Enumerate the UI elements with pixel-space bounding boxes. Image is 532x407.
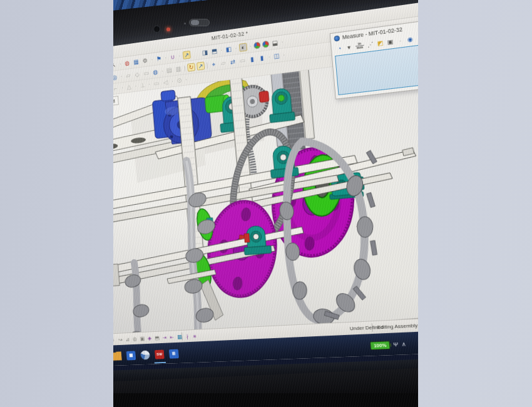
rebuild-icon[interactable]: ↻ [187,63,195,71]
laptop-photo: MIT-01-02-32 * ↖·◍▦⚙·⚑·∪·↗◨⬒·◧·◐·⬓· ◎·▱◇… [113,0,418,407]
separator-dot[interactable]: · [280,38,284,46]
spline-tool-icon[interactable]: ∪ [168,52,176,61]
separator-dot[interactable]: · [248,42,252,51]
webcam-lens [153,25,161,33]
photo-canvas: MIT-01-02-32 * ↖·◍▦⚙·⚑·∪·↗◨⬒·◧·◐·⬓· ◎·▱◇… [0,0,532,407]
separator-dot[interactable]: · [396,36,404,45]
measure-tool-icon[interactable]: ⌖ [210,59,218,68]
origin-icon[interactable]: ⊙ [175,76,183,85]
separator-bar[interactable]: | [183,64,186,72]
units-toggle-icon[interactable]: in mm [355,41,364,50]
separator-dot[interactable]: · [148,80,151,88]
library-book-icon[interactable]: ▮ [258,53,267,63]
section-view-icon[interactable]: ◧ [225,44,233,53]
separator-dot[interactable]: · [134,82,138,90]
xyz-measure-icon[interactable]: ⋰ [366,39,375,49]
separator-dot[interactable]: · [171,77,175,85]
arc-measure-icon[interactable]: ◔ [335,44,344,53]
triad-icon[interactable]: ⊿ [125,336,131,343]
globe-icon[interactable]: ◍ [151,67,160,76]
library-book-icon[interactable]: ▮ [248,54,257,64]
file-explorer-icon[interactable] [113,351,122,361]
edit-sketch-icon[interactable]: ↗ [183,50,191,59]
tray-chevron-icon[interactable]: ∧ [401,341,406,348]
separator-dot[interactable]: · [267,53,271,61]
system-tray: 100% Ψ ∧ [369,333,407,357]
laptop-base [113,393,418,407]
move-right-icon[interactable]: ⇥ [161,334,168,341]
separator-dot[interactable]: · [120,72,123,80]
sensor-icon[interactable]: ▭ [238,56,247,64]
edit-component-icon[interactable]: ↗ [197,61,205,70]
mate-icon[interactable]: ◨ [201,48,209,56]
separator-dot[interactable]: · [150,55,154,63]
separator-dot[interactable]: · [220,46,223,54]
design-table-icon[interactable]: ▦ [132,57,140,66]
mass-properties-icon[interactable]: ▱ [219,58,227,67]
monitor-icon[interactable]: ⬓ [270,38,279,48]
options-gear-icon[interactable]: ⚙ [141,56,150,64]
trim-tool-icon[interactable]: ▭ [142,68,150,77]
constraint-icon[interactable]: ⌐ [113,85,120,93]
separator-dot[interactable]: · [178,51,182,59]
separator-dot[interactable]: · [121,84,124,92]
point-measure-icon[interactable]: ◉ [406,34,414,44]
usb-device-icon[interactable]: Ψ [393,341,399,348]
dropdown-caret-icon[interactable]: ▾ [345,43,354,52]
separator-dot[interactable]: · [185,76,188,84]
laptop-screen: MIT-01-02-32 * ↖·◍▦⚙·⚑·∪·↗◨⬒·◧·◐·⬓· ◎·▱◇… [113,0,418,371]
render-sphere-icon[interactable] [253,41,261,49]
battery-indicator[interactable]: 100% [370,341,391,350]
selection-filter-icon[interactable]: ▣ [139,336,145,342]
separator-dot[interactable]: · [282,51,286,59]
webcam-privacy-shutter[interactable] [189,19,210,26]
spotlight-icon[interactable]: ◐ [239,43,248,52]
shutter-knob[interactable] [191,20,199,25]
select-cursor-icon[interactable]: ↖ [113,60,118,69]
triangle-ref-icon[interactable]: △ [125,83,133,91]
pattern-tool-icon[interactable]: ▥ [174,64,182,73]
separator-dot[interactable]: · [164,53,168,61]
view-cube-icon[interactable]: ◫ [272,51,281,61]
calculator-app-icon[interactable]: ⊞ [169,349,179,358]
feature-tree-tab[interactable]: M [113,96,119,106]
axis-icon[interactable]: ◁ [161,78,170,86]
dual-dimension-icon[interactable]: ◩ [376,38,385,48]
separator-dot[interactable]: · [160,67,164,75]
smart-mate-icon[interactable]: ↝ [117,336,123,343]
polygon-tool-icon[interactable]: ◇ [133,70,141,78]
component-preview-icon[interactable]: ⬒ [154,335,160,341]
document-title: MIT-01-02-32 * [211,30,248,41]
perpendicular-icon[interactable]: ⊥ [138,81,146,90]
rotate-icon[interactable]: ◎ [131,336,138,342]
arc-tool-icon[interactable]: ▱ [124,71,132,80]
asterisk-icon[interactable]: ∗ [192,333,198,339]
webcam-led [166,28,170,31]
selection-box-icon[interactable]: ▣ [386,37,395,46]
traffic-light-icon[interactable]: ◍ [123,58,131,67]
separator-dot[interactable]: · [234,44,238,52]
calendar-app-icon[interactable]: ▦ [126,351,136,360]
microphone-hole [184,23,186,24]
measure-icon [334,35,340,41]
separator-dot[interactable]: · [119,59,122,68]
exchange-icon[interactable]: ⇄ [228,57,237,66]
mate-align-icon[interactable]: ◈ [146,335,153,341]
separator-bar[interactable]: | [206,61,208,69]
annotation-flag-icon[interactable]: ⚑ [155,54,163,63]
solidworks-app-icon[interactable]: SW [155,349,165,359]
move-left-icon[interactable]: ⇤ [169,334,175,340]
mirror-tool-icon[interactable]: ▤ [165,66,173,75]
divider-icon[interactable]: ∤ [184,333,190,339]
plane-icon[interactable]: ▭ [152,79,160,88]
browser-app-icon[interactable] [140,350,150,359]
taskbar-apps: ▦SW⊞ [113,343,180,366]
appearance-sphere-icon[interactable] [262,40,270,48]
circle-sketch-icon[interactable]: ◎ [113,73,119,81]
grid-snap-icon[interactable]: ⌗ [113,336,116,343]
insert-component-icon[interactable]: ⬒ [210,46,218,55]
separator-gap[interactable] [192,49,200,58]
